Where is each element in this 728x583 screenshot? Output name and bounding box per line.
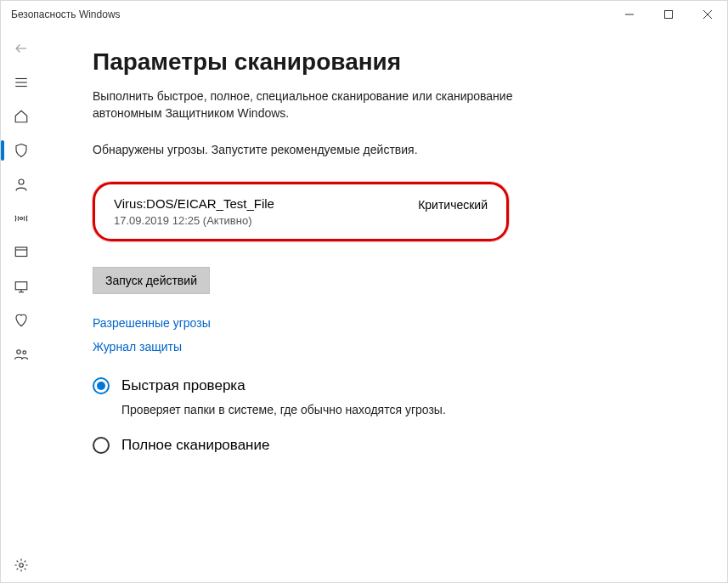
- shield-icon[interactable]: [1, 133, 42, 167]
- threat-card[interactable]: Virus:DOS/EICAR_Test_File 17.09.2019 12:…: [93, 182, 509, 241]
- svg-point-8: [19, 179, 24, 184]
- scan-options-group: Быстрая проверка Проверяет папки в систе…: [93, 377, 693, 454]
- svg-rect-1: [665, 11, 673, 19]
- threat-timestamp: 17.09.2019 12:25 (Активно): [114, 214, 274, 227]
- window-controls: [610, 1, 727, 28]
- run-actions-button[interactable]: Запуск действий: [93, 267, 210, 294]
- svg-point-17: [20, 563, 24, 568]
- close-button[interactable]: [688, 1, 727, 28]
- quick-scan-label: Быстрая проверка: [121, 377, 245, 394]
- protection-history-link[interactable]: Журнал защиты: [93, 340, 693, 354]
- svg-point-16: [23, 351, 26, 354]
- firewall-icon[interactable]: [1, 201, 42, 235]
- title-bar: Безопасность Windows: [1, 1, 727, 28]
- back-button[interactable]: [1, 31, 42, 65]
- minimize-button[interactable]: [610, 1, 649, 28]
- allowed-threats-link[interactable]: Разрешенные угрозы: [93, 316, 693, 330]
- app-browser-icon[interactable]: [1, 235, 42, 269]
- threat-severity: Критический: [418, 196, 488, 212]
- family-icon[interactable]: [1, 337, 42, 371]
- svg-rect-10: [15, 247, 27, 257]
- quick-scan-desc: Проверяет папки в системе, где обычно на…: [121, 403, 693, 416]
- quick-scan-option[interactable]: Быстрая проверка: [93, 377, 693, 394]
- full-scan-label: Полное сканирование: [121, 437, 269, 454]
- full-scan-option[interactable]: Полное сканирование: [93, 437, 693, 454]
- maximize-button[interactable]: [649, 1, 688, 28]
- performance-icon[interactable]: [1, 303, 42, 337]
- account-icon[interactable]: [1, 167, 42, 201]
- menu-icon[interactable]: [1, 65, 42, 99]
- main-content: Параметры сканирования Выполнить быстрое…: [42, 28, 727, 582]
- settings-icon[interactable]: [1, 548, 42, 582]
- radio-unselected-icon: [93, 437, 110, 454]
- page-title: Параметры сканирования: [93, 48, 693, 76]
- page-subtitle: Выполнить быстрое, полное, специальное с…: [93, 88, 534, 122]
- home-icon[interactable]: [1, 99, 42, 133]
- threat-status-text: Обнаружены угрозы. Запустите рекомендуем…: [93, 143, 693, 156]
- svg-point-9: [20, 218, 23, 220]
- threat-name: Virus:DOS/EICAR_Test_File: [114, 196, 274, 211]
- svg-rect-12: [15, 282, 27, 290]
- radio-selected-icon: [93, 377, 110, 394]
- svg-point-15: [17, 350, 21, 354]
- sidebar: [1, 28, 42, 582]
- window-title: Безопасность Windows: [11, 8, 610, 20]
- device-security-icon[interactable]: [1, 269, 42, 303]
